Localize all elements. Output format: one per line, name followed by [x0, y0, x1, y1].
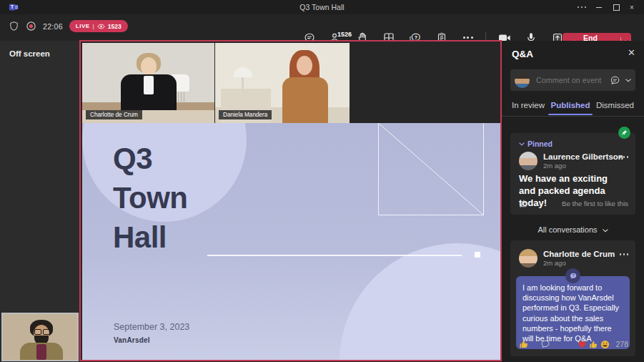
close-icon: ×	[624, 2, 640, 12]
tab-dismissed[interactable]: Dismissed	[596, 101, 634, 115]
close-window-button[interactable]: ×	[624, 2, 640, 12]
conversation-filter[interactable]: All conversations	[502, 225, 644, 234]
pin-badge	[618, 127, 630, 139]
author-name: Charlotte de Crum	[543, 250, 615, 259]
reaction-row: 278	[519, 339, 628, 349]
avatar	[519, 249, 538, 268]
live-label: LIVE	[76, 23, 90, 29]
maximize-button[interactable]	[608, 2, 624, 12]
comment-composer[interactable]	[510, 69, 635, 91]
timestamp: 2m ago	[543, 162, 623, 170]
comment-card[interactable]: Charlotte de Crum 2m ago ? I am looking …	[510, 240, 635, 356]
timestamp: 2m ago	[543, 259, 615, 267]
participant-video-daniela[interactable]: Daniela Mandera	[215, 43, 350, 123]
pinned-question-card[interactable]: Pinned Laurence Gilbertson 2m ago We hav…	[510, 133, 635, 215]
thumbs-up-reaction-icon[interactable]	[589, 340, 598, 349]
like-hint: Be the first to like this	[562, 200, 628, 207]
chevron-down-icon	[519, 142, 525, 146]
self-view-person	[24, 320, 59, 360]
slide-square-decor	[378, 123, 484, 215]
svg-text:?: ?	[572, 273, 574, 278]
minimize-icon	[596, 7, 602, 8]
window-title: Q3 Town Hall	[0, 3, 644, 11]
status-group: 22:06 LIVE | 1523	[9, 20, 128, 32]
reply-comment-button[interactable]	[540, 339, 550, 349]
daniela-person	[281, 50, 332, 123]
eye-icon	[97, 24, 105, 29]
pinned-label-row[interactable]: Pinned	[519, 140, 553, 148]
slide-circle-decor	[340, 243, 500, 360]
tabs-divider	[502, 116, 644, 117]
titlebar-more-button[interactable]	[574, 2, 590, 12]
slide-dot-decor	[475, 252, 480, 258]
pinned-card-footer: Be the first to like this	[519, 199, 628, 208]
minimize-button[interactable]	[591, 2, 607, 12]
badge-divider: |	[93, 23, 94, 29]
tab-in-review[interactable]: In review	[512, 101, 545, 115]
lamp-stand-decor	[242, 77, 244, 89]
shield-icon[interactable]	[9, 21, 19, 31]
laugh-reaction-icon[interactable]	[600, 340, 610, 349]
pin-icon	[621, 129, 628, 136]
ellipsis-icon	[578, 6, 587, 9]
self-view-video[interactable]	[1, 313, 79, 361]
tab-published[interactable]: Published	[551, 101, 590, 115]
off-screen-label: Off screen	[9, 49, 50, 58]
title-bar: T Q3 Town Hall ×	[0, 0, 644, 14]
participant-name-label: Daniela Mandera	[219, 110, 272, 119]
avatar	[515, 73, 530, 88]
teams-meeting-window: T Q3 Town Hall × 22:06 LIVE | 152	[0, 0, 644, 362]
like-button[interactable]	[519, 199, 528, 208]
message-more-button[interactable]	[620, 253, 629, 255]
pinned-card-header: Laurence Gilbertson 2m ago	[519, 152, 623, 170]
presentation-slide[interactable]: Q3 Town Hall September 3, 2023 VanArsdel	[82, 123, 500, 360]
close-panel-button[interactable]: ✕	[628, 47, 635, 58]
qna-panel-title: Q&A	[512, 49, 533, 59]
viewer-count: 1523	[108, 23, 122, 30]
chevron-down-icon[interactable]	[625, 79, 631, 82]
reaction-count: 278	[615, 340, 628, 348]
comment-card-header: Charlotte de Crum 2m ago	[519, 249, 615, 268]
maximize-icon	[613, 4, 620, 11]
slide-date: September 3, 2023	[114, 322, 189, 332]
participant-video-charlotte[interactable]: Charlotte de Crum	[82, 43, 214, 123]
message-more-button[interactable]	[620, 156, 629, 158]
thumbs-up-reaction-button[interactable]	[519, 339, 529, 349]
participant-name-label: Charlotte de Crum	[86, 110, 142, 119]
meeting-timer: 22:06	[43, 22, 63, 31]
avatar	[519, 152, 538, 170]
slide-logo: VanArsdel	[114, 336, 150, 344]
comment-message-bubble: I am looking forward to discussing how V…	[516, 276, 630, 349]
qna-comment-badge-icon: ?	[565, 268, 580, 283]
charlotte-person	[127, 53, 172, 113]
qna-tabs: In review Published Dismissed	[502, 101, 644, 115]
presentation-stage: Charlotte de Crum Daniela Mandera Q3 Tow…	[79, 40, 502, 361]
comment-input[interactable]	[535, 75, 605, 85]
lamp-decor	[234, 67, 252, 77]
recording-icon[interactable]	[26, 21, 36, 31]
slide-title: Q3 Town Hall	[113, 139, 188, 257]
qna-panel: Q&A ✕ In review Published Dismissed Pinn…	[502, 41, 644, 362]
slide-line-decor	[207, 255, 462, 256]
author-name: Laurence Gilbertson	[543, 152, 623, 162]
heart-reaction-icon[interactable]	[578, 340, 587, 349]
comment-mode-icon[interactable]	[610, 75, 620, 86]
meeting-toolbar: 22:06 LIVE | 1523 Chat 1526 People	[0, 14, 644, 41]
chevron-down-icon	[603, 229, 608, 233]
off-screen-sidebar: Off screen	[0, 41, 79, 362]
live-badge: LIVE | 1523	[69, 20, 128, 32]
